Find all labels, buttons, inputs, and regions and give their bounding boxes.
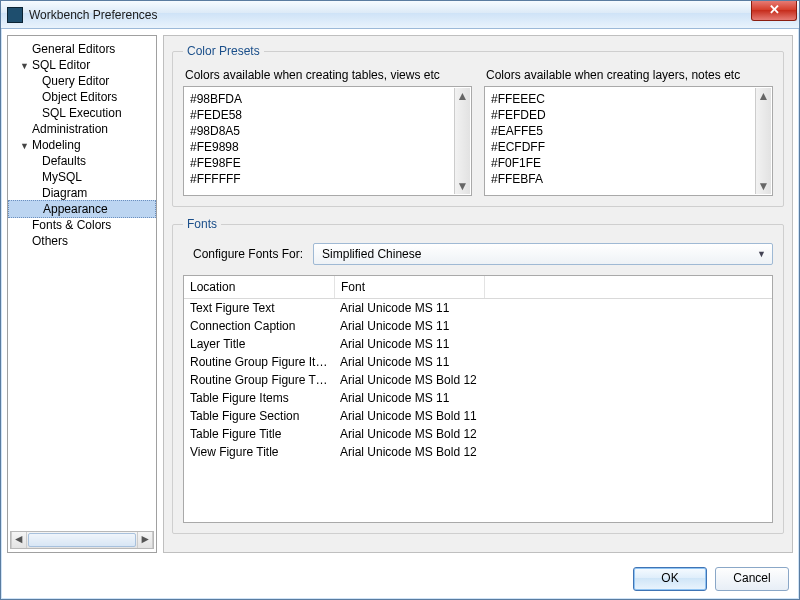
settings-panel: Color Presets Colors available when crea…: [163, 35, 793, 553]
title-bar[interactable]: Workbench Preferences ✕: [1, 1, 799, 29]
list-item[interactable]: #FEFDED: [491, 107, 766, 123]
list-item[interactable]: #F0F1FE: [491, 155, 766, 171]
scroll-left-icon[interactable]: ◄: [11, 532, 27, 548]
configure-fonts-label: Configure Fonts For:: [193, 247, 303, 261]
listbox-scrollbar[interactable]: ▲▼: [454, 88, 470, 194]
list-item[interactable]: #EAFFE5: [491, 123, 766, 139]
close-button[interactable]: ✕: [751, 1, 797, 21]
list-item[interactable]: #FFFFFF: [190, 171, 465, 187]
table-row[interactable]: Layer TitleArial Unicode MS 11: [184, 335, 772, 353]
category-sidebar: General Editors SQL Editor Query Editor …: [7, 35, 157, 553]
tree-item-modeling[interactable]: Modeling: [8, 137, 156, 153]
tree-item-general-editors[interactable]: General Editors: [8, 41, 156, 57]
window-title: Workbench Preferences: [29, 8, 158, 22]
list-item[interactable]: #FFEEEC: [491, 91, 766, 107]
col-spacer: [484, 276, 772, 298]
color-presets-legend: Color Presets: [183, 44, 264, 58]
tree-item-query-editor[interactable]: Query Editor: [8, 73, 156, 89]
list-item[interactable]: #98BFDA: [190, 91, 465, 107]
table-row[interactable]: Connection CaptionArial Unicode MS 11: [184, 317, 772, 335]
tables-colors-label: Colors available when creating tables, v…: [185, 68, 472, 82]
sidebar-scrollbar[interactable]: ◄ ►: [10, 531, 154, 549]
tree-item-others[interactable]: Others: [8, 233, 156, 249]
col-location[interactable]: Location: [184, 276, 334, 298]
tree-item-mysql[interactable]: MySQL: [8, 169, 156, 185]
table-row[interactable]: Table Figure TitleArial Unicode MS Bold …: [184, 425, 772, 443]
tree-item-appearance[interactable]: Appearance: [8, 200, 156, 218]
color-presets-group: Color Presets Colors available when crea…: [172, 44, 784, 207]
list-item[interactable]: #ECFDFF: [491, 139, 766, 155]
table-row[interactable]: Routine Group Figure TitleArial Unicode …: [184, 371, 772, 389]
tables-colors-listbox[interactable]: #98BFDA #FEDE58 #98D8A5 #FE9898 #FE98FE …: [183, 86, 472, 196]
table-row[interactable]: Text Figure TextArial Unicode MS 11: [184, 299, 772, 317]
tree-item-defaults[interactable]: Defaults: [8, 153, 156, 169]
table-row[interactable]: Routine Group Figure Ite...Arial Unicode…: [184, 353, 772, 371]
fonts-table-header[interactable]: Location Font: [184, 276, 772, 299]
app-icon: [7, 7, 23, 23]
layers-colors-label: Colors available when creating layers, n…: [486, 68, 773, 82]
tree-item-diagram[interactable]: Diagram: [8, 185, 156, 201]
tree-item-administration[interactable]: Administration: [8, 121, 156, 137]
fonts-legend: Fonts: [183, 217, 221, 231]
chevron-down-icon: ▼: [757, 249, 766, 259]
configure-fonts-value: Simplified Chinese: [322, 247, 421, 261]
scroll-thumb[interactable]: [28, 533, 137, 547]
tree-item-fonts-colors[interactable]: Fonts & Colors: [8, 217, 156, 233]
tree-item-object-editors[interactable]: Object Editors: [8, 89, 156, 105]
col-font[interactable]: Font: [334, 276, 484, 298]
list-item[interactable]: #98D8A5: [190, 123, 465, 139]
category-tree[interactable]: General Editors SQL Editor Query Editor …: [8, 37, 156, 253]
fonts-table[interactable]: Location Font Text Figure TextArial Unic…: [183, 275, 773, 523]
ok-button[interactable]: OK: [633, 567, 707, 591]
scroll-right-icon[interactable]: ►: [137, 532, 153, 548]
tree-item-sql-editor[interactable]: SQL Editor: [8, 57, 156, 73]
tree-item-sql-execution[interactable]: SQL Execution: [8, 105, 156, 121]
configure-fonts-dropdown[interactable]: Simplified Chinese ▼: [313, 243, 773, 265]
list-item[interactable]: #FE98FE: [190, 155, 465, 171]
list-item[interactable]: #FE9898: [190, 139, 465, 155]
layers-colors-listbox[interactable]: #FFEEEC #FEFDED #EAFFE5 #ECFDFF #F0F1FE …: [484, 86, 773, 196]
fonts-group: Fonts Configure Fonts For: Simplified Ch…: [172, 217, 784, 534]
list-item[interactable]: #FFEBFA: [491, 171, 766, 187]
table-row[interactable]: View Figure TitleArial Unicode MS Bold 1…: [184, 443, 772, 461]
list-item[interactable]: #FEDE58: [190, 107, 465, 123]
preferences-dialog: Workbench Preferences ✕ General Editors …: [0, 0, 800, 600]
table-row[interactable]: Table Figure ItemsArial Unicode MS 11: [184, 389, 772, 407]
table-row[interactable]: Table Figure SectionArial Unicode MS Bol…: [184, 407, 772, 425]
cancel-button[interactable]: Cancel: [715, 567, 789, 591]
listbox-scrollbar[interactable]: ▲▼: [755, 88, 771, 194]
dialog-footer: OK Cancel: [1, 559, 799, 599]
